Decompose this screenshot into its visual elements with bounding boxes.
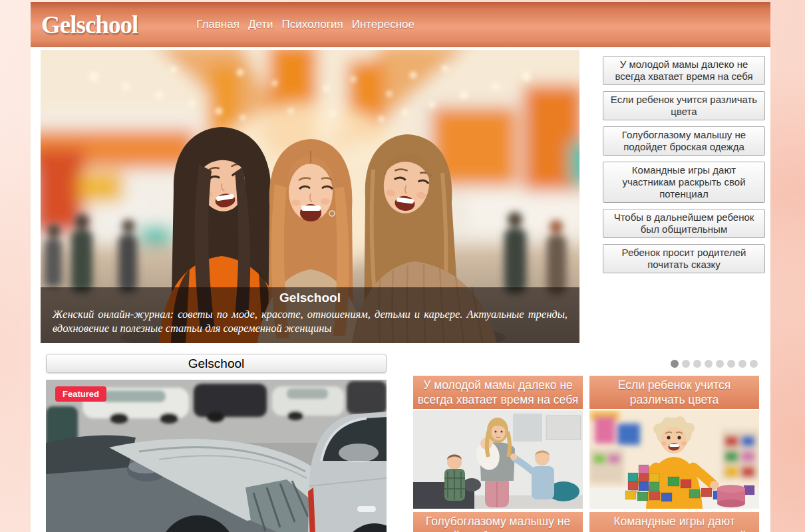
pagination-dot[interactable] [671, 360, 679, 368]
nav-item-psychology[interactable]: Психология [282, 15, 343, 34]
sidebar-item-colors[interactable]: Если ребенок учится различать цвета [603, 91, 765, 120]
nav-item-interesting[interactable]: Интересное [352, 15, 414, 34]
sidebar-item-sociable[interactable]: Чтобы в дальнейшем ребенок был общительн… [603, 209, 765, 238]
nav-item-home[interactable]: Главная [196, 15, 240, 34]
pagination-dot[interactable] [727, 360, 735, 368]
hero-banner: Gelschool Женский онлайн-журнал: советы … [41, 50, 579, 343]
pagination-dot[interactable] [750, 360, 758, 368]
content-area: Gelschool Женский онлайн-журнал: советы … [31, 47, 770, 532]
main-nav: Главная Дети Психология Интересное [196, 15, 414, 34]
article-card-title[interactable]: Голубоглазому малышу не подойдет броская… [413, 512, 583, 532]
site-logo[interactable]: Gelschool [41, 11, 138, 39]
pagination-dot[interactable] [716, 360, 724, 368]
article-card-title[interactable]: У молодой мамы далеко не всегда хватает … [413, 376, 583, 409]
article-card[interactable]: У молодой мамы далеко не всегда хватает … [413, 376, 583, 509]
sidebar: У молодой мамы далеко не всегда хватает … [603, 50, 765, 343]
sidebar-item-young-mom[interactable]: У молодой мамы далеко не всегда хватает … [603, 56, 765, 85]
section-title-bar: Gelschool [46, 354, 387, 373]
site-header: Gelschool Главная Дети Психология Интере… [31, 2, 770, 47]
featured-article-card[interactable]: Featured [46, 380, 387, 532]
article-image-mom-with-kids[interactable] [413, 410, 583, 509]
article-card[interactable]: Командные игры дают участникам раскрыть … [589, 512, 759, 532]
sidebar-item-fairytale[interactable]: Ребенок просит родителей почитать сказку [603, 244, 765, 273]
sidebar-item-blue-eyed[interactable]: Голубоглазому малышу не подойдет броская… [603, 126, 765, 156]
featured-image-car-crash [46, 380, 387, 532]
pagination-dot[interactable] [738, 360, 746, 368]
pagination-dot[interactable] [693, 360, 701, 368]
pagination-dot[interactable] [682, 360, 690, 368]
article-image-toddler-blocks[interactable] [589, 410, 759, 509]
article-card[interactable]: Голубоглазому малышу не подойдет броская… [413, 512, 583, 532]
featured-badge: Featured [55, 386, 106, 402]
hero-title: Gelschool [53, 291, 567, 305]
hero-description: Женский онлайн-журнал: советы по моде, к… [53, 307, 567, 335]
nav-item-children[interactable]: Дети [248, 15, 273, 34]
hero-caption: Gelschool Женский онлайн-журнал: советы … [41, 287, 579, 343]
sidebar-item-team-games[interactable]: Командные игры дают участникам раскрыть … [603, 162, 765, 203]
carousel-pagination [413, 360, 758, 368]
pagination-dot[interactable] [705, 360, 713, 368]
article-card-title[interactable]: Если ребенок учится различать цвета [589, 376, 759, 409]
site-container: Gelschool Главная Дети Психология Интере… [31, 2, 770, 532]
article-card-title[interactable]: Командные игры дают участникам раскрыть … [589, 512, 759, 532]
article-card[interactable]: Если ребенок учится различать цвета [589, 376, 759, 509]
